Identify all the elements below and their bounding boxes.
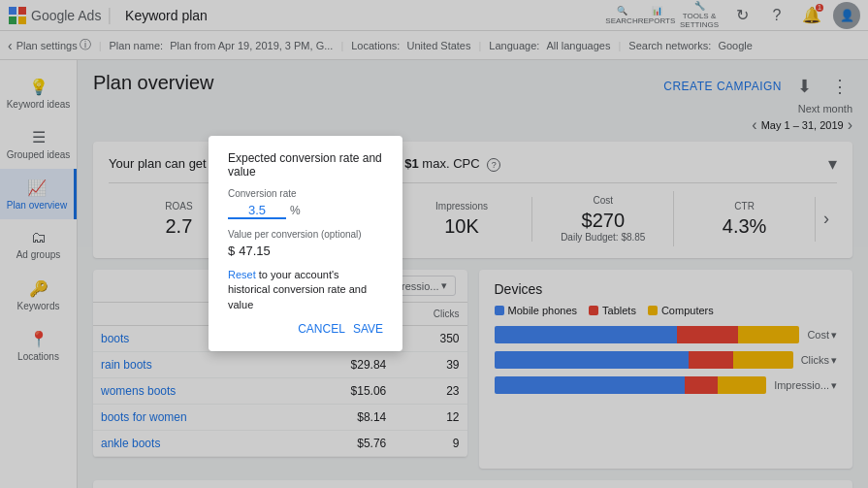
value-label: Value per conversion (optional) bbox=[228, 229, 362, 240]
conversion-rate-input-row: % bbox=[228, 203, 383, 219]
dollar-symbol: $ bbox=[228, 244, 235, 258]
overlay-background[interactable] bbox=[0, 0, 868, 488]
reset-link[interactable]: Reset bbox=[228, 269, 256, 280]
value-amount: 47.15 bbox=[239, 244, 271, 258]
conversion-rate-input[interactable] bbox=[228, 203, 286, 219]
conversion-rate-label: Conversion rate bbox=[228, 188, 383, 199]
popup-actions: CANCEL SAVE bbox=[228, 322, 383, 336]
save-button[interactable]: SAVE bbox=[353, 322, 383, 336]
value-per-conversion-field: Value per conversion (optional) $ 47.15 bbox=[228, 229, 383, 258]
popup-reset-text: Reset to your account's historical conve… bbox=[228, 268, 383, 312]
conversion-rate-field: Conversion rate % bbox=[228, 188, 383, 219]
value-per-conversion-label: Value per conversion (optional) bbox=[228, 229, 383, 240]
popup-title: Expected conversion rate and value bbox=[228, 151, 383, 179]
conversion-rate-unit: % bbox=[290, 204, 301, 217]
cancel-button[interactable]: CANCEL bbox=[298, 322, 345, 336]
value-input-row: $ 47.15 bbox=[228, 244, 383, 258]
conversion-popup: Expected conversion rate and value Conve… bbox=[209, 136, 402, 351]
